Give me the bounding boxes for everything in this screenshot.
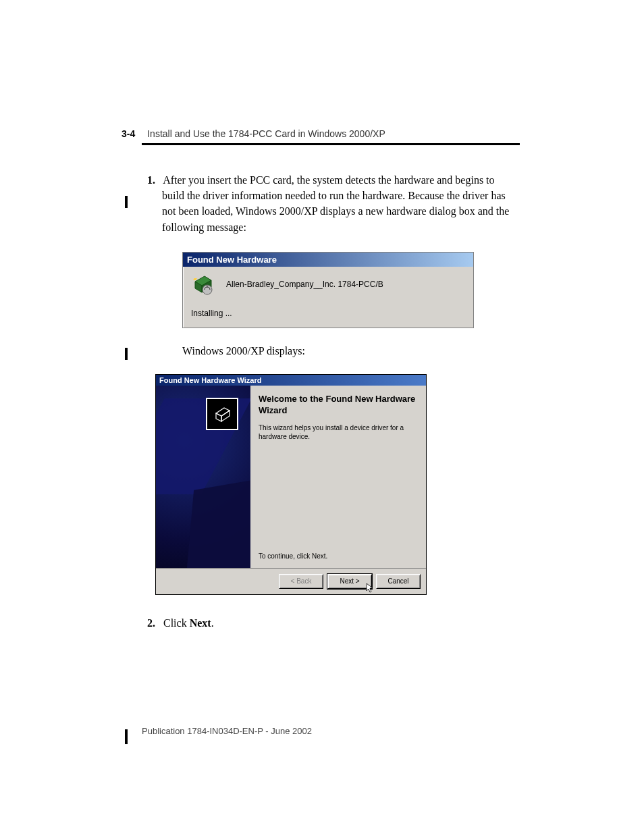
step-2-pre: Click [163, 617, 190, 629]
step-1: 1. After you insert the PCC card, the sy… [162, 172, 513, 235]
revision-bar [125, 196, 128, 208]
page-number: 3-4 [122, 128, 135, 139]
wizard-heading: Welcome to the Found New Hardware Wizard [259, 394, 418, 417]
wizard-description: This wizard helps you install a device d… [259, 423, 418, 441]
page-title: Install and Use the 1784-PCC Card in Win… [147, 128, 385, 139]
dialog1-device-name: Allen-Bradley_Company__Inc. 1784-PCC/B [226, 280, 383, 289]
revision-bar [125, 348, 128, 360]
step-1-text: After you insert the PCC card, the syste… [162, 174, 509, 233]
mid-text: Windows 2000/XP displays: [182, 345, 520, 357]
wizard-continue-text: To continue, click Next. [259, 552, 418, 563]
back-button: < Back [279, 574, 323, 589]
next-button[interactable]: Next > [327, 574, 372, 589]
next-button-label: Next > [340, 577, 359, 585]
wizard-sidebar-graphic [156, 386, 250, 568]
hardware-icon [190, 272, 214, 296]
found-new-hardware-dialog: Found New Hardware Allen-Bradley_Company… [182, 252, 474, 328]
svg-marker-8 [221, 411, 230, 421]
wizard-button-row: < Back Next > Cancel [156, 568, 426, 594]
found-new-hardware-wizard: Found New Hardware Wizard Welcome to the… [155, 374, 427, 595]
publication-footer: Publication 1784-IN034D-EN-P - June 2002 [142, 726, 312, 736]
wizard-icon [206, 398, 238, 430]
step-2: 2. Click Next. [162, 615, 513, 631]
mouse-cursor-icon [366, 583, 374, 595]
dialog1-titlebar: Found New Hardware [183, 253, 473, 267]
header-divider [142, 143, 520, 145]
step-1-number: 1. [147, 172, 161, 188]
cancel-button[interactable]: Cancel [376, 574, 421, 589]
dialog1-status: Installing ... [191, 309, 466, 318]
svg-rect-3 [193, 278, 197, 280]
revision-bar [125, 729, 128, 744]
step-2-number: 2. [147, 615, 161, 631]
svg-marker-7 [216, 413, 221, 421]
step-2-post: . [211, 617, 214, 629]
page-header: 3-4 Install and Use the 1784-PCC Card in… [122, 128, 513, 139]
dialog2-titlebar: Found New Hardware Wizard [156, 375, 426, 386]
step-2-bold: Next [190, 617, 211, 629]
